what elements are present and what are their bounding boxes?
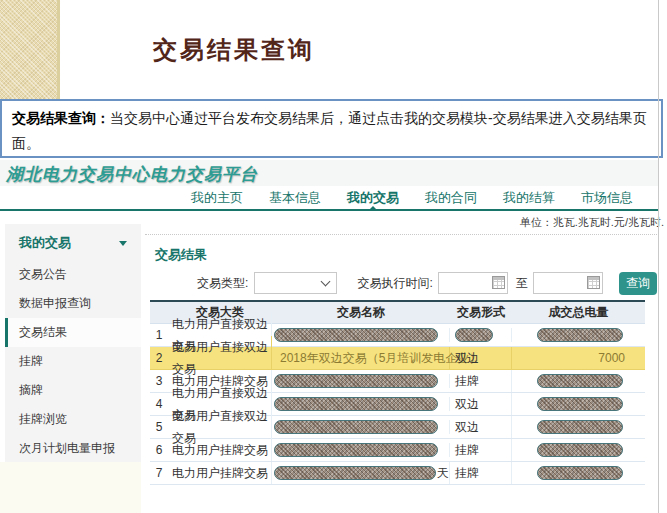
col-header-num: [150, 302, 168, 323]
table-row[interactable]: 5电力用户直接双边交易双边: [150, 416, 645, 439]
col-header-volume: 成交总电量: [512, 302, 645, 323]
row-number: 7: [150, 462, 168, 484]
trade-form-cell: 挂牌: [450, 439, 512, 461]
platform-title: 湖北电力交易中心电力交易平台: [6, 163, 258, 186]
section-title: 交易结果: [155, 246, 207, 264]
trade-form-cell: 挂牌: [450, 370, 512, 392]
nav-item-market-info[interactable]: 市场信息: [581, 186, 633, 209]
total-volume-cell: [512, 374, 645, 388]
trade-form-cell: 双边: [450, 416, 512, 438]
dotted-divider: [145, 234, 657, 235]
top-nav: 我的主页 基本信息 我的交易 我的合同 我的结算 市场信息: [0, 186, 659, 211]
redacted-blob: [274, 443, 438, 457]
page-right-border: [658, 0, 659, 513]
results-table-body: 1电力用户直接双边交易2电力用户直接双边交易2018年双边交易（5月培训发电企业…: [150, 324, 645, 485]
nav-item-my-settlement[interactable]: 我的结算: [503, 186, 555, 209]
redacted-blob: [274, 397, 438, 411]
calendar-icon[interactable]: [492, 276, 505, 289]
trade-form-cell: 挂牌: [450, 462, 512, 484]
redacted-blob: [537, 397, 623, 411]
nav-item-basic-info[interactable]: 基本信息: [269, 186, 321, 209]
sidebar-item-trade-announcement[interactable]: 交易公告: [5, 260, 141, 289]
trade-name-cell: [272, 397, 450, 411]
nav-item-my-contracts[interactable]: 我的合同: [425, 186, 477, 209]
redacted-blob: [537, 420, 623, 434]
trade-form-cell: 双边: [450, 393, 512, 415]
page-title: 交易结果查询: [153, 34, 315, 66]
trade-name-cell: [272, 420, 450, 434]
trade-category-cell: 电力用户挂牌交易: [168, 462, 272, 484]
trade-name-cell: [272, 443, 450, 457]
redacted-blob: [537, 443, 623, 457]
sidebar: 我的交易 交易公告 数据申报查询 交易结果 挂牌 摘牌 挂牌浏览 次月计划电量申…: [5, 224, 141, 475]
sidebar-header-label: 我的交易: [19, 234, 71, 252]
table-row[interactable]: 2电力用户直接双边交易2018年双边交易（5月培训发电企业）双边7000: [150, 347, 645, 370]
trade-name-tail: 天: [437, 462, 449, 484]
chevron-down-icon: [119, 241, 127, 246]
nav-item-my-trades[interactable]: 我的交易: [347, 186, 399, 209]
total-volume-cell: 7000: [512, 347, 645, 369]
sidebar-item-trade-results[interactable]: 交易结果: [5, 318, 141, 347]
to-label: 至: [516, 275, 528, 292]
row-number: 2: [150, 347, 168, 369]
calendar-icon[interactable]: [587, 276, 600, 289]
total-volume-cell: [512, 466, 645, 480]
unit-note: 单位：兆瓦.兆瓦时.元/兆瓦时.: [520, 215, 664, 230]
description-term: 交易结果查询：: [12, 110, 110, 126]
row-number: 3: [150, 370, 168, 392]
filter-row: 交易类型: 交易执行时间: 至 查询: [155, 271, 657, 295]
trade-type-label: 交易类型:: [197, 275, 248, 292]
row-number: 1: [150, 324, 168, 346]
row-number: 6: [150, 439, 168, 461]
sidebar-item-listing[interactable]: 挂牌: [5, 347, 141, 376]
trade-name-cell: [272, 328, 450, 342]
sidebar-item-listing-browse[interactable]: 挂牌浏览: [5, 405, 141, 434]
redacted-blob: [537, 328, 623, 342]
redacted-blob: [274, 420, 438, 434]
redacted-blob: [274, 328, 438, 342]
total-volume-cell: [512, 443, 645, 457]
table-row[interactable]: 7电力用户挂牌交易天挂牌: [150, 462, 645, 485]
trade-form-cell: [450, 328, 512, 342]
search-button[interactable]: 查询: [619, 272, 657, 295]
redacted-blob: [455, 328, 493, 342]
chevron-down-icon: [321, 277, 331, 287]
col-header-name: 交易名称: [272, 302, 450, 323]
trade-category-cell: 电力用户挂牌交易: [168, 439, 272, 461]
redacted-blob: [274, 466, 436, 480]
table-row[interactable]: 6电力用户挂牌交易挂牌: [150, 439, 645, 462]
redacted-blob: [537, 374, 623, 388]
nav-item-home[interactable]: 我的主页: [191, 186, 243, 209]
total-volume-text: 7000: [512, 347, 645, 369]
trade-type-select[interactable]: [254, 272, 337, 294]
trade-name-cell: 2018年双边交易（5月培训发电企业）: [272, 347, 450, 369]
description-box: 交易结果查询：当交易中心通过平台发布交易结果后，通过点击我的交易模块-交易结果进…: [0, 99, 663, 158]
sidebar-item-next-month-plan[interactable]: 次月计划电量申报: [5, 434, 141, 463]
sidebar-header-my-trades[interactable]: 我的交易: [5, 224, 141, 260]
total-volume-cell: [512, 420, 645, 434]
trade-form-cell: 双边: [450, 347, 512, 369]
redacted-blob: [274, 374, 438, 388]
exec-time-label: 交易执行时间:: [357, 275, 432, 292]
page: 交易结果查询 交易结果查询：当交易中心通过平台发布交易结果后，通过点击我的交易模…: [0, 0, 667, 513]
below-sidebar-area: [0, 462, 141, 513]
total-volume-cell: [512, 328, 645, 342]
trade-name-cell: [272, 374, 450, 388]
redacted-blob: [537, 466, 623, 480]
exec-time-to-input[interactable]: [533, 272, 603, 294]
results-table: 交易大类 交易名称 交易形式 成交总电量 1电力用户直接双边交易2电力用户直接双…: [150, 300, 645, 485]
col-header-form: 交易形式: [450, 302, 512, 323]
sidebar-item-delisting[interactable]: 摘牌: [5, 376, 141, 405]
header-tan-sidebar: [0, 0, 60, 99]
exec-time-from-input[interactable]: [438, 272, 508, 294]
trade-name-cell: 天: [272, 462, 450, 484]
total-volume-cell: [512, 397, 645, 411]
sidebar-item-data-declaration-query[interactable]: 数据申报查询: [5, 289, 141, 318]
row-number: 4: [150, 393, 168, 415]
row-number: 5: [150, 416, 168, 438]
